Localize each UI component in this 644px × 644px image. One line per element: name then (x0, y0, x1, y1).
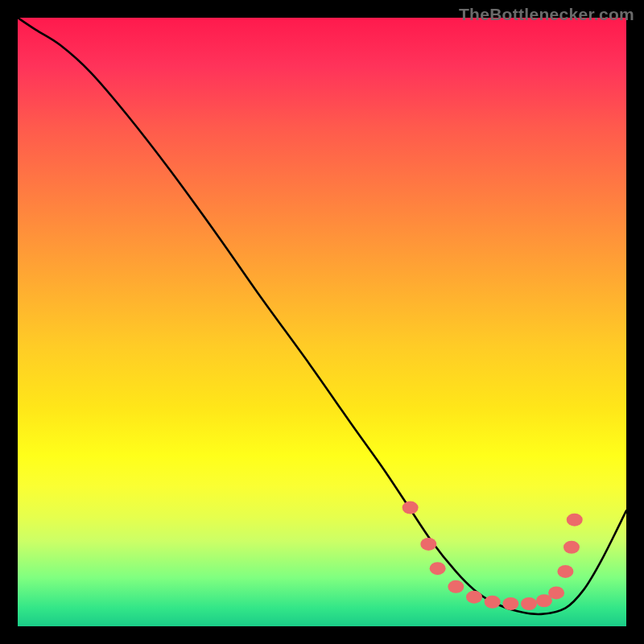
marker-dot (564, 541, 580, 554)
marker-dot (402, 502, 419, 514)
marker-dot (430, 562, 446, 575)
marker-dot (557, 565, 573, 578)
bottleneck-curve (18, 18, 626, 614)
plot-area (18, 18, 626, 626)
marker-dot (420, 538, 436, 551)
marker-dot (548, 586, 564, 599)
marker-group (402, 502, 583, 610)
watermark-text: TheBottlenecker.com (459, 5, 634, 24)
marker-dot (502, 597, 518, 610)
curve-svg (18, 18, 626, 626)
marker-dot (521, 597, 537, 610)
marker-dot (567, 514, 583, 526)
marker-dot (485, 596, 501, 609)
chart-black-frame: TheBottlenecker.com (0, 0, 644, 644)
marker-dot (466, 591, 482, 604)
marker-dot (448, 580, 464, 593)
